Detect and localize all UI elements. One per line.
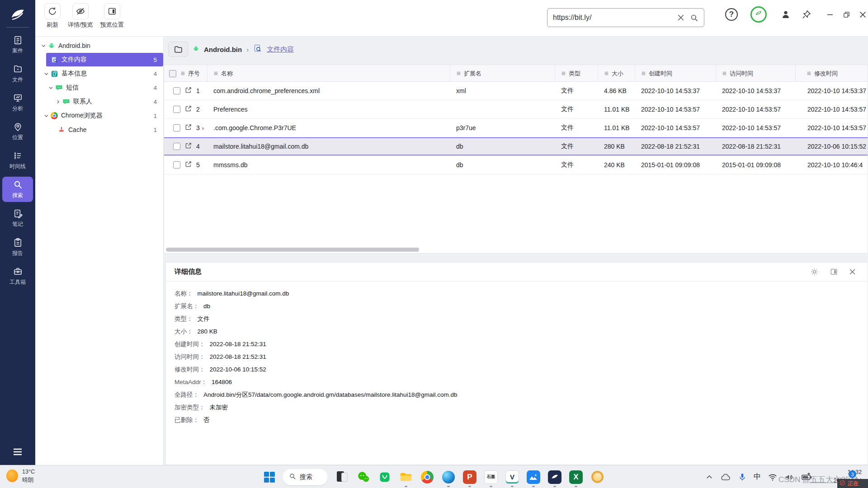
battery-icon[interactable] bbox=[801, 472, 813, 482]
header-accessed[interactable]: 访问时间 bbox=[716, 65, 796, 82]
header-created[interactable]: 创建时间 bbox=[635, 65, 716, 82]
header-size[interactable]: 大小 bbox=[598, 65, 635, 82]
details-close-button[interactable] bbox=[849, 268, 856, 275]
row-size: 11.01 KB bbox=[598, 124, 635, 131]
open-external-icon[interactable] bbox=[184, 105, 192, 114]
table-row-selected[interactable]: 4 mailstore.litahui18@gmail.com.db db 文件… bbox=[164, 137, 868, 156]
chrome-icon[interactable] bbox=[420, 470, 434, 484]
snipping-tool-icon[interactable] bbox=[335, 470, 349, 484]
tree-item-sms[interactable]: 短信 4 bbox=[35, 81, 163, 94]
volume-icon[interactable] bbox=[784, 472, 794, 482]
sidebar-item-case[interactable]: 案件 bbox=[2, 30, 33, 59]
sidebar-item-notes[interactable]: 笔记 bbox=[2, 204, 33, 233]
folder-view-button[interactable] bbox=[168, 42, 188, 57]
toast-notification[interactable]: 正在 bbox=[837, 479, 868, 488]
vc-app-icon[interactable]: V bbox=[505, 470, 519, 484]
sidebar-item-search[interactable]: 搜索 bbox=[2, 177, 33, 202]
store-app-icon[interactable] bbox=[378, 470, 392, 484]
taskbar-search[interactable]: 搜索 bbox=[283, 469, 328, 485]
tree-item-contacts[interactable]: 联系人 4 bbox=[35, 95, 163, 108]
row-modified: 2022-10-10 14:53:57 bbox=[796, 106, 868, 113]
brand-status-button[interactable] bbox=[750, 6, 767, 23]
sidebar-menu-button[interactable] bbox=[0, 448, 35, 458]
user-account-button[interactable] bbox=[780, 9, 791, 20]
tree-item-cache[interactable]: Cache 1 bbox=[35, 123, 163, 136]
chevron-down-icon[interactable] bbox=[47, 85, 54, 90]
sidebar-item-analysis[interactable]: 分析 bbox=[2, 88, 33, 117]
open-external-icon[interactable] bbox=[184, 160, 192, 169]
sidebar-item-toolbox[interactable]: 工具箱 bbox=[2, 262, 33, 291]
row-checkbox[interactable] bbox=[173, 87, 180, 94]
breadcrumb-root[interactable]: Android.bin bbox=[204, 46, 242, 53]
pin-button[interactable] bbox=[801, 9, 811, 20]
sidebar-item-location[interactable]: 位置 bbox=[2, 117, 33, 146]
restore-button[interactable] bbox=[840, 8, 853, 21]
sidebar-item-timeline[interactable]: 时间线 bbox=[2, 146, 33, 175]
breadcrumb-current-link[interactable]: 文件内容 bbox=[267, 45, 294, 54]
select-all-checkbox[interactable] bbox=[169, 70, 176, 77]
onedrive-cloud-icon[interactable] bbox=[720, 472, 731, 483]
tray-chevron-up-icon[interactable] bbox=[705, 473, 713, 481]
header-name[interactable]: 名称 bbox=[208, 65, 450, 82]
wifi-icon[interactable] bbox=[768, 472, 778, 482]
header-modified[interactable]: 修改时间 bbox=[796, 65, 868, 82]
refresh-button[interactable]: 刷新 bbox=[44, 3, 61, 29]
row-checkbox[interactable] bbox=[173, 124, 180, 131]
file-explorer-icon[interactable] bbox=[399, 470, 413, 484]
tree-item-chrome[interactable]: Chrome浏览器 1 bbox=[35, 109, 163, 122]
open-external-icon[interactable] bbox=[184, 123, 192, 132]
taskbar-weather-widget[interactable]: 13°C晴朗 bbox=[6, 468, 35, 484]
chevron-down-icon[interactable] bbox=[42, 71, 50, 76]
chevron-down-icon[interactable] bbox=[40, 43, 47, 48]
row-accessed: 2022-10-10 14:53:37 bbox=[716, 87, 796, 94]
preview-position-button[interactable]: 预览位置 bbox=[100, 3, 124, 29]
wechat-icon[interactable] bbox=[357, 470, 370, 484]
header-seq[interactable]: 序号 bbox=[164, 65, 208, 82]
shimo-docs-icon[interactable]: 石墨 bbox=[484, 470, 498, 484]
details-panel-toggle-button[interactable] bbox=[830, 267, 838, 276]
forensic-app-icon[interactable] bbox=[548, 470, 561, 484]
mountain-app-icon[interactable] bbox=[527, 470, 540, 484]
help-button[interactable]: ? bbox=[725, 8, 738, 21]
sidebar-item-files[interactable]: 文件 bbox=[2, 59, 33, 88]
minimize-button[interactable] bbox=[823, 8, 837, 21]
open-external-icon[interactable] bbox=[184, 142, 192, 151]
gold-app-icon[interactable] bbox=[590, 470, 604, 484]
file-table-panel: 序号 名称 扩展名 类型 大小 创建时间 访问时间 修改时间 1 com.and… bbox=[164, 65, 868, 253]
table-row[interactable]: 5 mmssms.db db 文件 240 KB 2015-01-01 09:0… bbox=[164, 156, 868, 174]
microphone-icon[interactable] bbox=[738, 473, 747, 482]
table-row[interactable]: 1 com.android.chrome_preferences.xml xml… bbox=[164, 82, 868, 100]
row-checkbox[interactable] bbox=[173, 161, 180, 169]
column-menu-icon bbox=[456, 71, 461, 76]
table-row[interactable]: 3› .com.google.Chrome.P3r7UE p3r7ue 文件 1… bbox=[164, 119, 868, 137]
start-button[interactable] bbox=[264, 472, 275, 483]
edge-icon[interactable] bbox=[442, 470, 455, 484]
app-sidebar: 案件 文件 分析 位置 时间线 搜索 笔记 报告 bbox=[0, 0, 35, 465]
excel-icon[interactable]: X bbox=[569, 470, 583, 484]
ime-indicator[interactable]: 中 bbox=[754, 472, 761, 482]
chevron-down-icon[interactable] bbox=[42, 113, 50, 118]
app-logo-icon bbox=[7, 5, 28, 24]
close-button[interactable] bbox=[856, 8, 868, 21]
header-type[interactable]: 类型 bbox=[555, 65, 598, 82]
notification-badge[interactable]: 3 bbox=[849, 470, 856, 478]
search-submit-icon[interactable] bbox=[690, 14, 698, 22]
search-input[interactable] bbox=[553, 14, 672, 22]
table-row[interactable]: 2 Preferences 文件 11.01 KB 2022-10-10 14:… bbox=[164, 100, 868, 119]
row-checkbox[interactable] bbox=[173, 106, 180, 113]
horizontal-scrollbar[interactable] bbox=[166, 248, 419, 252]
tree-item-android-bin[interactable]: Android.bin bbox=[35, 39, 163, 52]
details-settings-button[interactable] bbox=[810, 267, 819, 276]
row-checkbox[interactable] bbox=[173, 143, 180, 150]
url-search-box bbox=[547, 8, 704, 27]
tree-item-basic-info[interactable]: 基本信息 4 bbox=[35, 67, 163, 80]
header-ext[interactable]: 扩展名 bbox=[450, 65, 555, 82]
sidebar-item-report[interactable]: 报告 bbox=[2, 233, 33, 262]
clear-icon[interactable] bbox=[677, 14, 684, 21]
detail-preview-button[interactable]: 详情/预览 bbox=[68, 3, 93, 29]
toolbar-buttons: 刷新 详情/预览 预览位置 bbox=[44, 3, 124, 29]
open-external-icon[interactable] bbox=[184, 86, 192, 95]
chevron-right-icon[interactable] bbox=[54, 99, 61, 104]
tree-item-file-content[interactable]: 文件内容 5 bbox=[46, 53, 163, 66]
powerpoint-icon[interactable]: P bbox=[463, 470, 476, 484]
